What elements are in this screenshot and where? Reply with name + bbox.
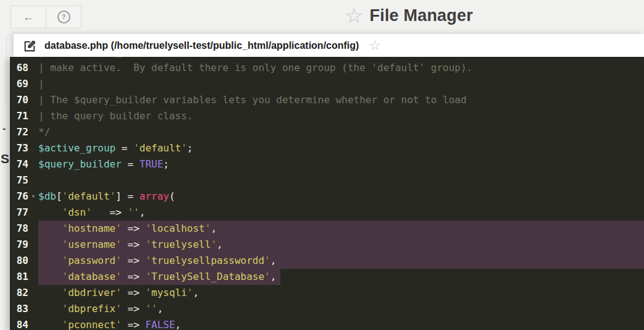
code-token: , xyxy=(211,222,217,234)
code-line[interactable]: 70| The $query_builder variables lets yo… xyxy=(10,92,644,108)
code-line[interactable]: 74$query_builder = TRUE; xyxy=(10,156,644,172)
code-text: 'pconnect' => FALSE, xyxy=(38,317,644,330)
code-line[interactable]: 81 'database' => 'TruelySell_Database', xyxy=(10,269,644,285)
code-line[interactable]: 84 'pconnect' => FALSE, xyxy=(10,317,644,330)
fold-gutter xyxy=(28,108,38,124)
code-token: ' xyxy=(62,303,69,315)
code-token: | The $query_builder variables lets you … xyxy=(38,94,467,106)
code-text xyxy=(38,172,644,188)
fold-gutter xyxy=(28,237,38,253)
line-number[interactable]: 72 xyxy=(10,124,28,140)
code-token xyxy=(38,287,62,298)
code-editor[interactable]: 67| The $active_group variable lets you … xyxy=(10,57,644,330)
line-number[interactable]: 75 xyxy=(10,172,28,188)
code-token: ' xyxy=(62,287,69,298)
code-token: ' xyxy=(62,255,69,266)
code-line[interactable]: 79 'username' => 'truelysell', xyxy=(10,237,644,253)
help-icon: ? xyxy=(57,11,70,23)
code-token: ' xyxy=(133,142,140,154)
line-number[interactable]: 73 xyxy=(10,140,28,156)
code-line[interactable]: 78 'hostname' => 'localhost', xyxy=(10,221,644,237)
line-number[interactable]: 83 xyxy=(10,301,28,317)
code-line[interactable]: 77 'dsn' => '', xyxy=(10,205,644,221)
code-token: hostname xyxy=(68,222,115,234)
code-token: ' xyxy=(205,222,211,234)
back-button[interactable]: ← xyxy=(10,6,46,28)
back-arrow-icon: ← xyxy=(23,11,35,23)
code-lines: 67| The $active_group variable lets you … xyxy=(10,57,644,330)
line-number[interactable]: 77 xyxy=(10,205,28,221)
code-token: ' xyxy=(264,255,270,266)
line-number[interactable]: 70 xyxy=(10,92,28,108)
code-token: , xyxy=(140,206,146,218)
code-token: => xyxy=(122,303,146,315)
code-token: username xyxy=(68,239,115,250)
code-token: $active_group xyxy=(38,142,115,154)
code-line[interactable]: 71| the query builder class. xyxy=(10,108,644,124)
code-line[interactable]: 80 'password' => 'truelysellpasswordd', xyxy=(10,253,644,269)
line-number[interactable]: 84 xyxy=(10,317,28,330)
code-line[interactable]: 72*/ xyxy=(10,124,644,140)
code-token: , xyxy=(157,303,164,315)
line-number[interactable]: 74 xyxy=(10,156,28,172)
code-line[interactable]: 68| make active. By default there is onl… xyxy=(10,60,644,76)
line-number[interactable]: 80 xyxy=(10,253,28,269)
fold-gutter xyxy=(28,285,38,301)
fold-gutter xyxy=(28,221,38,237)
code-token: array xyxy=(140,190,169,202)
code-token: | make active. By default there is only … xyxy=(38,62,472,74)
code-text: | make active. By default there is only … xyxy=(38,60,644,76)
code-token: default xyxy=(68,190,109,202)
code-token: $db xyxy=(38,190,56,202)
code-token: => xyxy=(122,319,146,330)
code-token: TruelySell_Database xyxy=(151,271,264,282)
code-token: [ xyxy=(56,190,62,202)
line-number[interactable]: 82 xyxy=(10,285,28,301)
line-number[interactable]: 68 xyxy=(10,60,28,76)
fold-gutter xyxy=(28,205,38,221)
code-text: | xyxy=(38,76,644,92)
code-token: = xyxy=(122,158,140,170)
favorite-star-icon[interactable]: ☆ xyxy=(369,39,381,53)
code-token: => xyxy=(122,222,146,234)
code-token: TRUE xyxy=(140,158,164,170)
edit-pencil-icon xyxy=(23,39,36,53)
code-token: ' xyxy=(110,190,116,202)
code-token: ' xyxy=(115,303,122,315)
code-line[interactable]: 76▾$db['default'] = array( xyxy=(10,188,644,205)
line-number[interactable]: 81 xyxy=(10,269,28,285)
line-number[interactable]: 78 xyxy=(10,221,28,237)
code-token: ' xyxy=(115,271,122,282)
line-number[interactable]: 69 xyxy=(10,76,28,92)
star-icon[interactable]: ☆ xyxy=(345,5,363,26)
code-token: ' xyxy=(145,271,151,282)
code-token: ' xyxy=(62,190,69,202)
code-text: | The $query_builder variables lets you … xyxy=(38,92,644,108)
code-token xyxy=(38,319,62,330)
fold-arrow-icon[interactable]: ▾ xyxy=(28,188,38,205)
code-text: 'dbdriver' => 'mysqli', xyxy=(38,285,644,301)
code-token: truelysellpasswordd xyxy=(151,255,264,266)
code-line[interactable]: 83 'dbprefix' => '', xyxy=(10,301,644,317)
line-number[interactable]: 71 xyxy=(10,108,28,124)
code-token: ' xyxy=(115,222,122,234)
code-token: ( xyxy=(169,190,175,202)
code-token: => xyxy=(122,287,146,298)
code-line[interactable]: 69| xyxy=(10,76,644,92)
code-token: => xyxy=(122,271,146,282)
code-token: ' xyxy=(145,255,151,266)
line-number[interactable]: 79 xyxy=(10,237,28,253)
help-button[interactable]: ? xyxy=(46,6,82,28)
code-token: mysqli xyxy=(151,287,187,298)
code-token: ; xyxy=(187,142,193,154)
code-line[interactable]: 75 xyxy=(10,172,644,188)
code-line[interactable]: 82 'dbdriver' => 'mysqli', xyxy=(10,285,644,301)
code-text: 'hostname' => 'localhost', xyxy=(38,221,644,237)
line-number[interactable]: 76 xyxy=(10,188,28,205)
code-token: ' xyxy=(145,239,151,250)
code-text: $db['default'] = array( xyxy=(38,188,644,205)
code-line[interactable]: 73$active_group = 'default'; xyxy=(10,140,644,156)
fold-gutter xyxy=(28,140,38,156)
fold-gutter xyxy=(28,92,38,108)
code-token: , xyxy=(270,255,277,266)
